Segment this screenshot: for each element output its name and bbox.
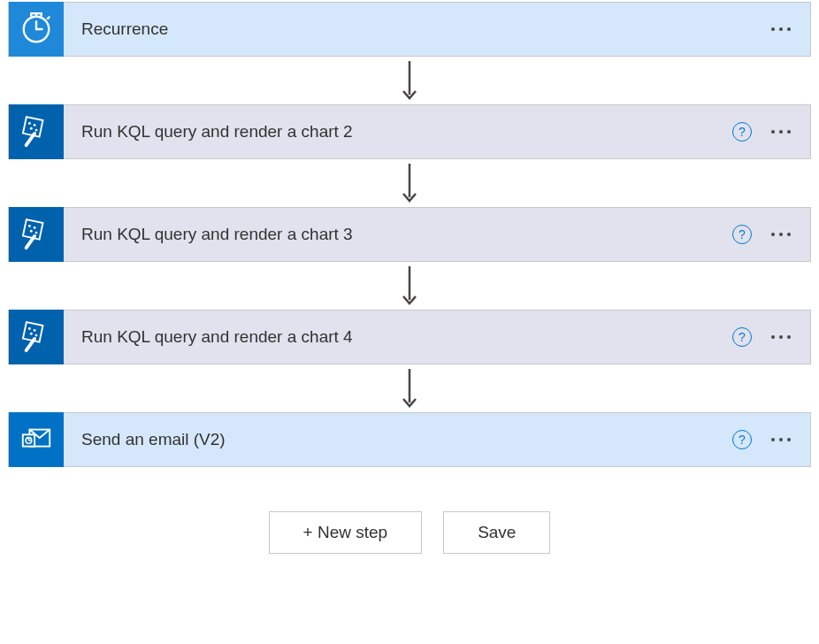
kql-icon bbox=[9, 104, 64, 159]
new-step-button[interactable]: + New step bbox=[269, 511, 423, 554]
svg-point-15 bbox=[34, 226, 36, 229]
step-kql-4[interactable]: Run KQL query and render a chart 4 ? bbox=[8, 310, 811, 364]
svg-point-7 bbox=[28, 122, 31, 125]
arrow-connector bbox=[401, 262, 418, 310]
svg-point-21 bbox=[28, 327, 31, 330]
help-icon[interactable]: ? bbox=[732, 225, 752, 244]
step-actions: ? bbox=[732, 327, 810, 347]
step-actions: ? bbox=[732, 225, 810, 244]
more-icon[interactable] bbox=[768, 434, 794, 445]
svg-point-8 bbox=[34, 124, 36, 126]
svg-point-10 bbox=[35, 129, 38, 132]
step-title: Run KQL query and render a chart 2 bbox=[64, 122, 732, 142]
save-button[interactable]: Save bbox=[443, 511, 550, 554]
more-icon[interactable] bbox=[768, 126, 794, 137]
step-kql-2[interactable]: Run KQL query and render a chart 2 ? bbox=[8, 104, 811, 159]
step-kql-3[interactable]: Run KQL query and render a chart 3 ? bbox=[8, 207, 811, 262]
arrow-connector bbox=[401, 159, 418, 207]
kql-icon bbox=[9, 207, 64, 262]
email-icon bbox=[9, 412, 64, 467]
help-icon[interactable]: ? bbox=[732, 327, 752, 347]
arrow-connector bbox=[401, 364, 418, 412]
step-actions bbox=[768, 24, 810, 34]
step-title: Run KQL query and render a chart 3 bbox=[64, 225, 732, 244]
more-icon[interactable] bbox=[768, 24, 794, 34]
step-recurrence[interactable]: Recurrence bbox=[8, 2, 811, 57]
step-title: Recurrence bbox=[64, 19, 768, 39]
help-icon[interactable]: ? bbox=[732, 430, 752, 449]
step-actions: ? bbox=[732, 122, 810, 142]
svg-point-14 bbox=[28, 225, 31, 227]
step-send-email[interactable]: Send an email (V2) ? bbox=[8, 412, 811, 467]
arrow-connector bbox=[401, 57, 418, 104]
svg-line-2 bbox=[47, 17, 50, 19]
svg-point-9 bbox=[30, 127, 33, 130]
svg-point-23 bbox=[30, 333, 33, 335]
svg-point-17 bbox=[35, 232, 38, 234]
step-title: Run KQL query and render a chart 4 bbox=[64, 327, 732, 347]
more-icon[interactable] bbox=[768, 229, 794, 240]
more-icon[interactable] bbox=[768, 332, 794, 342]
footer-buttons: + New step Save bbox=[269, 511, 551, 554]
kql-icon bbox=[9, 310, 64, 364]
step-actions: ? bbox=[732, 430, 810, 449]
clock-icon bbox=[9, 2, 64, 57]
svg-point-24 bbox=[35, 334, 38, 337]
svg-point-16 bbox=[30, 230, 33, 233]
help-icon[interactable]: ? bbox=[732, 122, 752, 142]
svg-rect-28 bbox=[23, 434, 34, 446]
svg-point-22 bbox=[34, 329, 36, 332]
step-title: Send an email (V2) bbox=[64, 430, 732, 449]
workflow-container: Recurrence Run KQL query and render a ch… bbox=[2, 2, 817, 554]
